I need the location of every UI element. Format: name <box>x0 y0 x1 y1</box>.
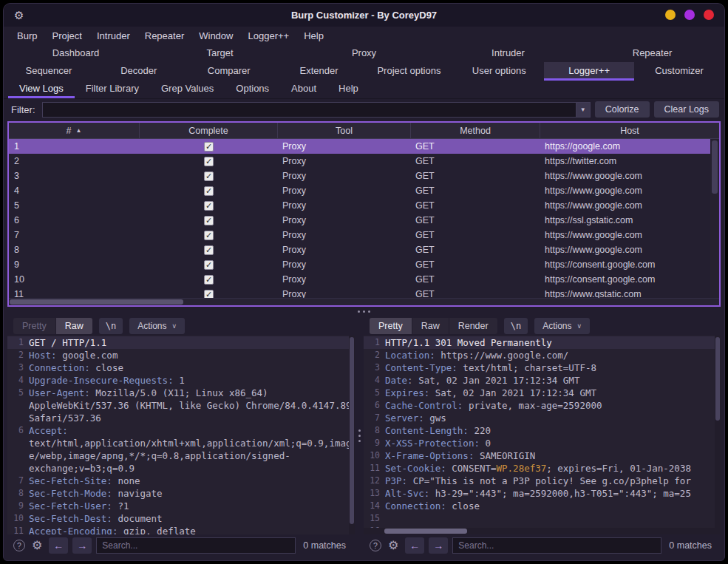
table-row[interactable]: 8✓ProxyGEThttps://www.google.com <box>9 242 719 257</box>
response-search-input[interactable] <box>452 537 661 554</box>
cell-host: https://consent.google.com <box>540 274 719 285</box>
table-row[interactable]: 9✓ProxyGEThttps://consent.google.com <box>9 257 719 272</box>
clear-logs-button[interactable]: Clear Logs <box>654 101 719 118</box>
menu-repeater[interactable]: Repeater <box>137 30 191 41</box>
search-next-button[interactable]: → <box>429 537 448 554</box>
tab-intruder[interactable]: Intruder <box>436 45 580 62</box>
tab-decoder[interactable]: Decoder <box>94 62 184 81</box>
close-button[interactable] <box>704 10 714 20</box>
filter-input[interactable] <box>43 103 576 117</box>
table-row[interactable]: 2✓ProxyGEThttps://twitter.com <box>9 154 719 169</box>
table-row[interactable]: 7✓ProxyGEThttps://www.google.com <box>9 228 719 242</box>
subtab-grep-values[interactable]: Grep Values <box>150 81 225 98</box>
response-newline-toggle-button[interactable]: \n <box>504 318 528 334</box>
table-row[interactable]: 6✓ProxyGEThttps://ssl.gstatic.com <box>9 213 719 228</box>
table-row[interactable]: 11✓ProxyGEThttps://www.gstatic.com <box>9 287 719 298</box>
search-next-button[interactable]: → <box>72 537 92 554</box>
line-content: Upgrade-Insecure-Requests: 1 <box>29 374 355 387</box>
tab-logger[interactable]: Logger++ <box>544 62 634 81</box>
complete-checkbox[interactable]: ✓ <box>204 157 214 166</box>
request-editor[interactable]: 1GET / HTTP/1.12Host: google.com3Connect… <box>7 336 355 534</box>
complete-checkbox[interactable]: ✓ <box>204 260 214 270</box>
menu-project[interactable]: Project <box>44 30 89 41</box>
menu-logger[interactable]: Logger++ <box>240 30 296 41</box>
table-row[interactable]: 3✓ProxyGEThttps://www.google.com <box>9 169 719 183</box>
scrollbar-thumb[interactable] <box>715 337 720 421</box>
table-row[interactable]: 4✓ProxyGEThttps://www.google.com <box>9 183 719 198</box>
tab-target[interactable]: Target <box>148 45 292 62</box>
response-actions-button[interactable]: Actions ∨ <box>534 318 590 334</box>
table-horizontal-scrollbar[interactable] <box>9 298 719 305</box>
help-icon[interactable]: ? <box>370 540 381 551</box>
titlebar[interactable]: ⚙ Burp Customizer - By CoreyD97 <box>4 4 724 27</box>
column-header-tool[interactable]: Tool <box>278 123 411 138</box>
subtab-about[interactable]: About <box>280 81 327 98</box>
response-editor[interactable]: 1HTTP/1.1 301 Moved Permanently2Location… <box>364 336 721 534</box>
search-previous-button[interactable]: ← <box>49 537 68 554</box>
complete-checkbox[interactable]: ✓ <box>204 201 214 211</box>
complete-checkbox[interactable]: ✓ <box>204 275 214 285</box>
tab-customizer[interactable]: Customizer <box>634 62 724 81</box>
tab-comparer[interactable]: Comparer <box>184 62 274 81</box>
complete-checkbox[interactable]: ✓ <box>204 186 214 196</box>
cell-complete: ✓ <box>140 231 278 240</box>
response-tab-raw[interactable]: Raw <box>412 318 449 334</box>
table-vertical-scrollbar[interactable] <box>710 139 719 298</box>
scrollbar-thumb[interactable] <box>384 529 467 534</box>
tab-proxy[interactable]: Proxy <box>292 45 436 62</box>
response-editor-vertical-scrollbar[interactable] <box>715 336 721 534</box>
log-table-body: 1✓ProxyGEThttps://google.com2✓ProxyGETht… <box>9 139 719 298</box>
complete-checkbox[interactable]: ✓ <box>204 245 214 255</box>
table-row[interactable]: 10✓ProxyGEThttps://consent.google.com <box>9 272 719 287</box>
search-settings-gear-icon[interactable]: ⚙ <box>386 538 401 552</box>
scrollbar-thumb[interactable] <box>350 337 354 524</box>
colorize-button[interactable]: Colorize <box>595 101 650 118</box>
minimize-button[interactable] <box>665 10 676 20</box>
tab-sequencer[interactable]: Sequencer <box>4 62 94 81</box>
tab-repeater[interactable]: Repeater <box>580 45 724 62</box>
request-tab-pretty[interactable]: Pretty <box>13 318 55 334</box>
complete-checkbox[interactable]: ✓ <box>204 231 214 240</box>
editor-line: 11Accept-Encoding: gzip, deflate <box>7 525 355 534</box>
request-tab-raw[interactable]: Raw <box>55 318 92 334</box>
subtab-help[interactable]: Help <box>327 81 370 98</box>
subtab-view-logs[interactable]: View Logs <box>8 81 75 98</box>
complete-checkbox[interactable]: ✓ <box>204 171 214 181</box>
tab-extender[interactable]: Extender <box>274 62 364 81</box>
response-tab-render[interactable]: Render <box>449 318 497 334</box>
table-row[interactable]: 1✓ProxyGEThttps://google.com <box>9 139 719 154</box>
vertical-splitter[interactable] <box>355 316 364 556</box>
complete-checkbox[interactable]: ✓ <box>204 216 214 225</box>
subtab-filter-library[interactable]: Filter Library <box>75 81 150 98</box>
menu-burp[interactable]: Burp <box>10 30 44 41</box>
complete-checkbox[interactable]: ✓ <box>204 290 214 299</box>
request-newline-toggle-button[interactable]: \n <box>99 318 123 334</box>
complete-checkbox[interactable]: ✓ <box>204 142 214 152</box>
table-row[interactable]: 5✓ProxyGEThttps://www.google.com <box>9 198 719 213</box>
menu-intruder[interactable]: Intruder <box>89 30 137 41</box>
tab-dashboard[interactable]: Dashboard <box>4 45 148 62</box>
response-match-count: 0 matches <box>666 540 715 551</box>
column-header-complete[interactable]: Complete <box>140 123 278 138</box>
search-previous-button[interactable]: ← <box>405 537 424 554</box>
request-search-input[interactable] <box>96 537 296 554</box>
help-icon[interactable]: ? <box>13 540 25 551</box>
subtab-options[interactable]: Options <box>225 81 280 98</box>
column-header-host[interactable]: Host <box>540 123 719 138</box>
tab-project-options[interactable]: Project options <box>364 62 455 81</box>
filter-dropdown-button[interactable]: ▼ <box>576 103 590 117</box>
tab-user-options[interactable]: User options <box>454 62 544 81</box>
request-editor-vertical-scrollbar[interactable] <box>349 336 355 534</box>
column-header-number[interactable]: #▲ <box>9 123 140 138</box>
menu-window[interactable]: Window <box>191 30 240 41</box>
horizontal-splitter[interactable] <box>4 307 724 316</box>
response-editor-horizontal-scrollbar[interactable] <box>364 528 715 534</box>
maximize-button[interactable] <box>684 10 695 20</box>
response-tab-pretty[interactable]: Pretty <box>370 318 412 334</box>
scrollbar-thumb[interactable] <box>712 140 718 194</box>
request-actions-button[interactable]: Actions ∨ <box>129 318 185 334</box>
search-settings-gear-icon[interactable]: ⚙ <box>30 538 44 552</box>
column-header-method[interactable]: Method <box>411 123 540 138</box>
menu-help[interactable]: Help <box>296 30 331 41</box>
scrollbar-thumb[interactable] <box>10 299 183 305</box>
